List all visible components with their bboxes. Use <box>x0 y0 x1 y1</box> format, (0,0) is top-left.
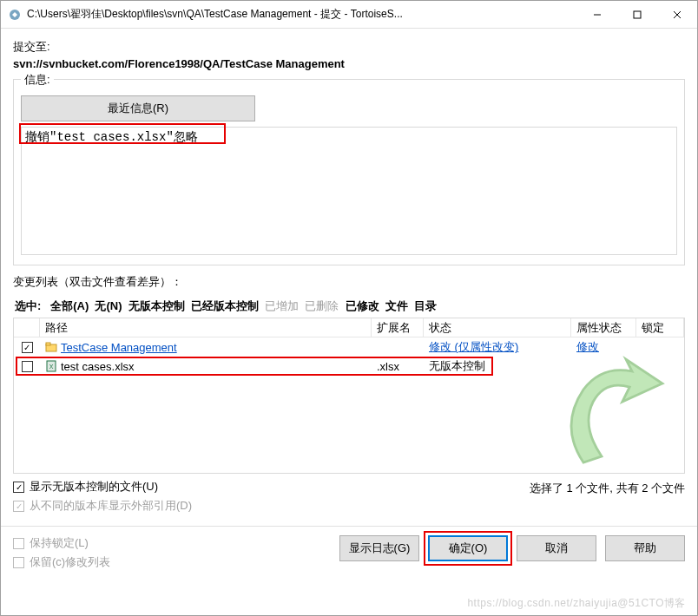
xlsx-icon: X <box>45 360 57 372</box>
watermark: https://blog.csdn.net/zhaiyujia@51CTO博客 <box>467 596 686 611</box>
below-list-row: ✓显示无版本控制的文件(U) ✓从不同的版本库显示外部引用(D) 选择了 1 个… <box>13 479 685 517</box>
show-unversioned-check[interactable]: ✓显示无版本控制的文件(U) <box>13 479 192 495</box>
window-title: C:\Users\翟羽佳\Desktop\files\svn\QA\TestCa… <box>27 7 577 22</box>
folder-icon <box>45 341 57 353</box>
filter-dirs-link[interactable]: 目录 <box>414 299 437 312</box>
filter-deleted-link: 已删除 <box>305 299 339 312</box>
row-status: 修改 (仅属性改变) <box>424 338 571 356</box>
keep-locks-check[interactable]: 保持锁定(L) <box>13 535 339 551</box>
titlebar: C:\Users\翟羽佳\Desktop\files\svn\QA\TestCa… <box>1 1 697 29</box>
column-ext[interactable]: 扩展名 <box>372 318 424 337</box>
filter-modified-link[interactable]: 已修改 <box>346 299 379 312</box>
list-header: 路径 扩展名 状态 属性状态 锁定 <box>14 318 684 337</box>
row-path: test cases.xlsx <box>61 360 135 373</box>
filter-selected-label: 选中: <box>15 299 41 312</box>
changes-label: 变更列表（双击文件查看差异）： <box>13 274 685 290</box>
column-lock[interactable]: 锁定 <box>636 318 684 337</box>
table-row[interactable]: X test cases.xlsx .xlsx 无版本控制 <box>14 357 684 376</box>
column-check[interactable] <box>14 318 40 337</box>
change-list: 路径 扩展名 状态 属性状态 锁定 ✓ TestCase Management … <box>13 318 685 474</box>
filter-none-link[interactable]: 无(N) <box>95 299 122 312</box>
filter-unversioned-link[interactable]: 无版本控制 <box>128 299 185 312</box>
row-checkbox[interactable]: ✓ <box>22 342 33 353</box>
svg-text:X: X <box>49 364 54 370</box>
minimize-button[interactable] <box>577 2 617 28</box>
message-group-title: 信息: <box>21 72 54 88</box>
row-prop <box>571 365 636 367</box>
row-path: TestCase Management <box>61 341 177 354</box>
svg-rect-2 <box>634 11 641 18</box>
column-path[interactable]: 路径 <box>40 318 372 337</box>
app-window: C:\Users\翟羽佳\Desktop\files\svn\QA\TestCa… <box>0 0 698 616</box>
app-icon <box>8 8 22 22</box>
close-button[interactable] <box>657 2 697 28</box>
filter-bar: 选中: 全部(A) 无(N) 无版本控制 已经版本控制 已增加 已删除 已修改 … <box>13 295 685 318</box>
recent-messages-button[interactable]: 最近信息(R) <box>21 95 255 121</box>
filter-added-link: 已增加 <box>265 299 299 312</box>
row-prop: 修改 <box>571 338 636 356</box>
svn-url: svn://svnbucket.com/Florence1998/QA/Test… <box>13 57 685 70</box>
dialog-buttons: 显示日志(G) 确定(O) 取消 帮助 <box>339 535 685 561</box>
help-button[interactable]: 帮助 <box>605 535 685 561</box>
bottom-bar: 保持锁定(L) 保留(c)修改列表 显示日志(G) 确定(O) 取消 帮助 <box>13 535 685 573</box>
row-checkbox[interactable] <box>22 361 33 372</box>
row-ext: .xlsx <box>372 359 424 374</box>
filter-all-link[interactable]: 全部(A) <box>50 299 89 312</box>
selection-info: 选择了 1 个文件, 共有 2 个文件 <box>530 479 685 496</box>
keep-changelist-check[interactable]: 保留(c)修改列表 <box>13 554 339 570</box>
separator <box>1 526 697 527</box>
filter-versioned-link[interactable]: 已经版本控制 <box>191 299 259 312</box>
table-row[interactable]: ✓ TestCase Management 修改 (仅属性改变) 修改 <box>14 337 684 357</box>
column-status[interactable]: 状态 <box>424 318 571 337</box>
svg-rect-6 <box>46 343 50 345</box>
submit-to-label: 提交至: <box>13 39 685 55</box>
content-area: 提交至: svn://svnbucket.com/Florence1998/QA… <box>1 29 697 615</box>
filter-files-link[interactable]: 文件 <box>385 299 408 312</box>
message-group: 信息: 最近信息(R) <box>13 79 685 265</box>
cancel-button[interactable]: 取消 <box>517 535 596 561</box>
show-externals-check: ✓从不同的版本库显示外部引用(D) <box>13 498 192 514</box>
row-ext <box>372 346 424 348</box>
ok-button[interactable]: 确定(O) <box>428 535 508 561</box>
commit-message-input[interactable] <box>21 127 677 255</box>
row-lock <box>636 346 684 348</box>
show-log-button[interactable]: 显示日志(G) <box>339 535 419 561</box>
row-status: 无版本控制 <box>424 357 571 375</box>
row-lock <box>636 365 684 367</box>
column-prop[interactable]: 属性状态 <box>571 318 636 337</box>
maximize-button[interactable] <box>617 2 657 28</box>
